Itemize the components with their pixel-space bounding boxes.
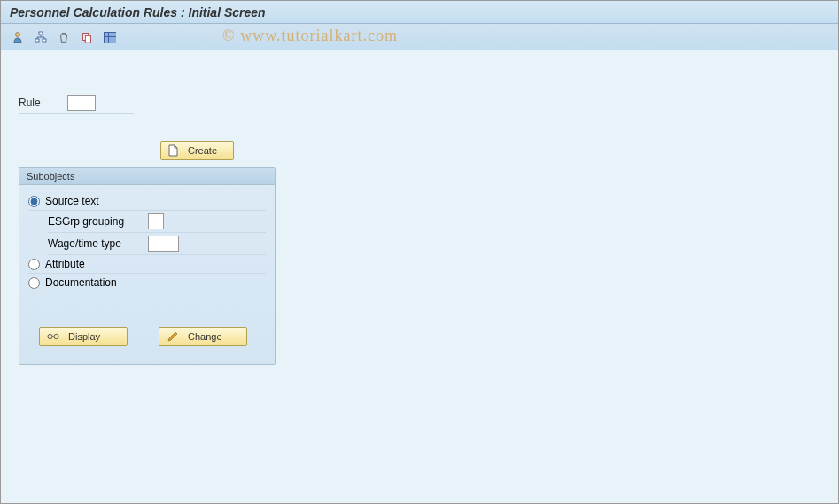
esgrp-input[interactable] <box>148 213 164 229</box>
esgrp-row: ESGrp grouping <box>48 211 266 233</box>
radio-row-documentation[interactable]: Documentation <box>28 274 266 291</box>
rule-input[interactable] <box>67 95 96 111</box>
display-button[interactable]: Display <box>39 327 128 346</box>
main-content: Rule Create Subobjects Source text ESGrp… <box>1 50 838 503</box>
trash-icon <box>58 31 70 43</box>
radio-row-source-text[interactable]: Source text <box>28 192 266 211</box>
svg-point-12 <box>54 334 58 338</box>
change-button[interactable]: Change <box>159 327 247 346</box>
glasses-icon <box>47 330 59 343</box>
hierarchy-icon <box>34 30 48 44</box>
svg-rect-5 <box>85 35 90 43</box>
toolbar: © www.tutorialkart.com <box>1 24 838 50</box>
svg-rect-9 <box>105 37 108 43</box>
wagetime-input[interactable] <box>148 236 179 252</box>
rule-label: Rule <box>19 97 41 109</box>
documentation-label: Documentation <box>45 276 117 289</box>
svg-rect-2 <box>35 39 39 42</box>
grid-layout-icon <box>103 31 117 43</box>
subobjects-heading: Subobjects <box>19 168 275 185</box>
radio-row-attribute[interactable]: Attribute <box>28 255 266 274</box>
svg-point-0 <box>16 32 20 36</box>
svg-point-11 <box>48 334 52 338</box>
create-button-label: Create <box>188 145 217 156</box>
copy-icon <box>81 31 93 43</box>
watermark-text: © www.tutorialkart.com <box>222 27 398 45</box>
wagetime-label: Wage/time type <box>48 237 141 250</box>
attribute-label: Attribute <box>45 258 85 270</box>
svg-rect-1 <box>39 32 43 35</box>
hierarchy-icon-button[interactable] <box>31 28 50 46</box>
action-button-row: Display Change <box>28 327 266 346</box>
svg-rect-7 <box>105 33 108 36</box>
subobjects-body: Source text ESGrp grouping Wage/time typ… <box>19 185 275 364</box>
person-icon <box>11 30 25 44</box>
esgrp-label: ESGrp grouping <box>48 215 141 228</box>
layout-icon-button[interactable] <box>100 28 120 46</box>
create-button[interactable]: Create <box>160 141 234 160</box>
change-button-label: Change <box>188 331 222 342</box>
create-section: Create <box>160 141 820 160</box>
rule-field-row: Rule <box>19 95 134 114</box>
title-bar: Personnel Calculation Rules : Initial Sc… <box>1 1 838 24</box>
documentation-radio[interactable] <box>28 277 40 289</box>
source-text-label: Source text <box>45 195 99 207</box>
svg-rect-3 <box>43 39 46 42</box>
page-title: Personnel Calculation Rules : Initial Sc… <box>10 5 266 19</box>
pencil-icon <box>167 330 179 343</box>
copy-icon-button[interactable] <box>77 28 97 46</box>
svg-rect-10 <box>109 37 116 43</box>
delete-icon-button[interactable] <box>54 28 74 46</box>
attribute-radio[interactable] <box>28 259 40 270</box>
source-text-radio[interactable] <box>28 196 40 207</box>
new-document-icon <box>167 144 179 157</box>
wagetime-row: Wage/time type <box>48 233 266 255</box>
display-button-label: Display <box>68 331 100 342</box>
overview-icon-button[interactable] <box>8 28 27 46</box>
subobjects-panel: Subobjects Source text ESGrp grouping Wa… <box>19 167 276 365</box>
svg-rect-8 <box>109 33 116 36</box>
